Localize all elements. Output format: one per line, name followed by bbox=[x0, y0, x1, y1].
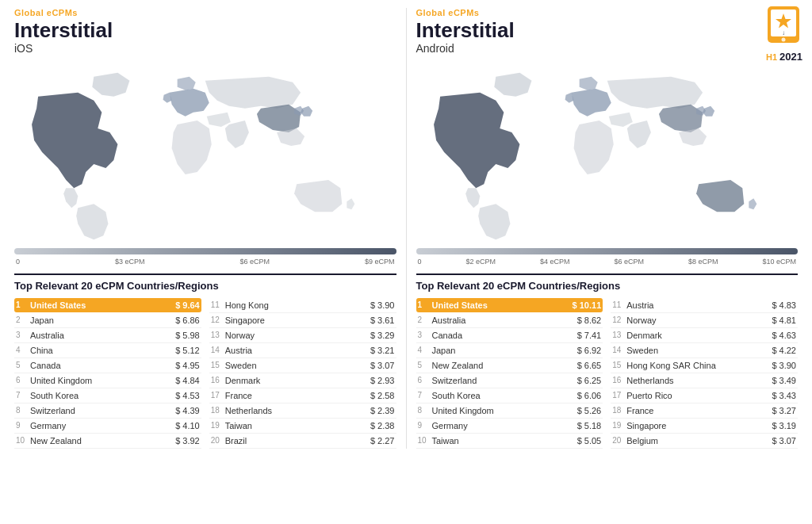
android-panel: Global eCPMs Interstitial Android bbox=[410, 8, 805, 449]
badge-container: ↓ H1 2021 bbox=[764, 6, 802, 63]
row-rank: 13 bbox=[211, 331, 225, 339]
row-rank: 16 bbox=[612, 376, 626, 384]
table-row: 8United Kingdom$ 5.26 bbox=[416, 404, 603, 419]
row-rank: 14 bbox=[211, 346, 225, 354]
android-left-col: 1United States$ 10.112Australia$ 8.623Ca… bbox=[416, 298, 603, 449]
row-rank: 12 bbox=[211, 316, 225, 324]
row-rank: 1 bbox=[418, 300, 432, 309]
table-row: 11Austria$ 4.83 bbox=[611, 298, 798, 313]
row-value: $ 6.06 bbox=[565, 391, 601, 400]
row-country: Denmark bbox=[225, 376, 359, 385]
table-row: 1United States$ 9.64 bbox=[14, 298, 201, 312]
table-row: 5New Zealand$ 6.65 bbox=[416, 358, 603, 373]
table-row: 19Taiwan$ 2.38 bbox=[209, 419, 396, 434]
row-rank: 19 bbox=[211, 421, 225, 430]
android-title: Interstitial bbox=[416, 19, 799, 42]
row-country: Sweden bbox=[626, 346, 760, 355]
row-country: Switzerland bbox=[432, 376, 566, 385]
row-value: $ 6.25 bbox=[565, 376, 601, 385]
row-country: Taiwan bbox=[225, 421, 359, 430]
ios-map bbox=[14, 61, 396, 243]
table-row: 17Puerto Rico$ 3.43 bbox=[611, 388, 798, 404]
ios-table: 1United States$ 9.642Japan$ 6.863Austral… bbox=[14, 298, 396, 449]
table-row: 15Sweden$ 3.07 bbox=[209, 358, 396, 373]
row-rank: 6 bbox=[16, 376, 30, 384]
table-row: 3Australia$ 5.98 bbox=[14, 328, 201, 343]
row-value: $ 4.83 bbox=[760, 300, 796, 310]
row-rank: 8 bbox=[418, 406, 432, 415]
row-rank: 18 bbox=[612, 406, 626, 415]
android-section-title: Top Relevant 20 eCPM Countries/Regions bbox=[416, 273, 799, 292]
table-row: 14Austria$ 3.21 bbox=[209, 343, 396, 358]
android-table: 1United States$ 10.112Australia$ 8.623Ca… bbox=[416, 298, 799, 449]
row-value: $ 4.63 bbox=[760, 331, 796, 340]
row-value: $ 2.39 bbox=[359, 406, 395, 415]
row-value: $ 3.92 bbox=[164, 436, 200, 446]
table-row: 10Taiwan$ 5.05 bbox=[416, 434, 603, 449]
android-legend-labels: 0 $2 eCPM $4 eCPM $6 eCPM $8 eCPM $10 eC… bbox=[416, 258, 799, 266]
table-row: 12Singapore$ 3.61 bbox=[209, 313, 396, 328]
row-country: Singapore bbox=[225, 316, 359, 325]
table-row: 20Brazil$ 2.27 bbox=[209, 434, 396, 449]
row-country: United States bbox=[432, 300, 566, 310]
table-row: 16Denmark$ 2.93 bbox=[209, 373, 396, 388]
row-country: Australia bbox=[432, 316, 566, 325]
android-legend-bar bbox=[416, 248, 799, 254]
table-row: 17France$ 2.58 bbox=[209, 388, 396, 404]
ios-legend-labels: 0 $3 eCPM $6 eCPM $9 eCPM bbox=[14, 258, 396, 266]
row-rank: 2 bbox=[418, 316, 432, 324]
android-legend-gradient bbox=[416, 248, 799, 254]
row-rank: 10 bbox=[418, 436, 432, 445]
row-country: Canada bbox=[30, 361, 164, 370]
row-country: Japan bbox=[30, 316, 164, 325]
row-value: $ 4.39 bbox=[164, 406, 200, 415]
row-value: $ 3.27 bbox=[760, 406, 796, 415]
table-row: 18Netherlands$ 2.39 bbox=[209, 404, 396, 419]
row-rank: 5 bbox=[418, 361, 432, 369]
row-country: South Korea bbox=[432, 391, 566, 400]
row-country: Sweden bbox=[225, 361, 359, 370]
row-value: $ 5.18 bbox=[565, 421, 601, 430]
row-rank: 13 bbox=[612, 331, 626, 339]
panel-divider bbox=[406, 8, 407, 449]
row-value: $ 10.11 bbox=[565, 300, 601, 310]
row-rank: 20 bbox=[612, 436, 626, 445]
row-value: $ 4.22 bbox=[760, 346, 796, 355]
row-rank: 4 bbox=[418, 346, 432, 354]
ios-panel: Global eCPMs Interstitial iOS bbox=[8, 8, 403, 449]
android-map-svg bbox=[416, 61, 799, 243]
ios-ecpm-label: Global eCPMs bbox=[14, 8, 396, 17]
row-rank: 6 bbox=[418, 376, 432, 384]
row-value: $ 5.26 bbox=[565, 406, 601, 415]
row-value: $ 3.49 bbox=[760, 376, 796, 385]
row-rank: 10 bbox=[16, 436, 30, 445]
row-country: China bbox=[30, 346, 164, 355]
table-row: 6Switzerland$ 6.25 bbox=[416, 373, 603, 388]
row-rank: 7 bbox=[418, 391, 432, 400]
table-row: 11Hong Kong$ 3.90 bbox=[209, 298, 396, 313]
ios-title: Interstitial bbox=[14, 19, 396, 42]
ios-legend-bar bbox=[14, 248, 396, 254]
ios-right-col: 11Hong Kong$ 3.9012Singapore$ 3.6113Norw… bbox=[209, 298, 396, 449]
row-country: Austria bbox=[626, 300, 760, 310]
row-value: $ 6.86 bbox=[164, 316, 200, 325]
row-country: Singapore bbox=[626, 421, 760, 430]
row-country: Canada bbox=[432, 331, 566, 340]
row-value: $ 7.41 bbox=[565, 331, 601, 340]
row-country: Australia bbox=[30, 331, 164, 340]
svg-text:↓: ↓ bbox=[782, 29, 785, 36]
row-country: Germany bbox=[432, 421, 566, 430]
table-row: 14Sweden$ 4.22 bbox=[611, 343, 798, 358]
row-rank: 18 bbox=[211, 406, 225, 415]
row-rank: 15 bbox=[211, 361, 225, 369]
row-country: Norway bbox=[225, 331, 359, 340]
row-rank: 5 bbox=[16, 361, 30, 369]
row-rank: 1 bbox=[16, 300, 30, 309]
row-country: United States bbox=[30, 300, 164, 310]
row-value: $ 2.38 bbox=[359, 421, 395, 430]
table-row: 5Canada$ 4.95 bbox=[14, 358, 201, 373]
row-country: New Zealand bbox=[432, 361, 566, 370]
row-rank: 4 bbox=[16, 346, 30, 354]
table-row: 12Norway$ 4.81 bbox=[611, 313, 798, 328]
row-rank: 9 bbox=[418, 421, 432, 430]
